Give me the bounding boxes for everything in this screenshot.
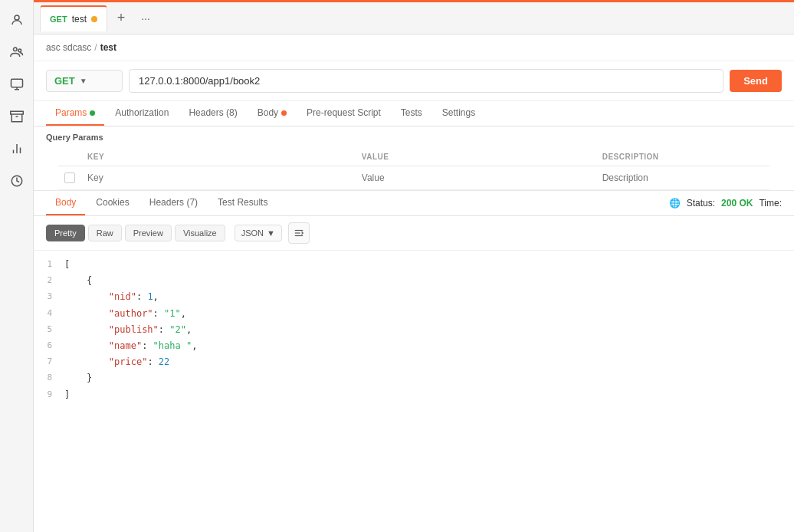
globe-icon: 🌐 bbox=[669, 198, 681, 209]
param-key-input[interactable] bbox=[87, 169, 349, 186]
send-button[interactable]: Send bbox=[730, 70, 782, 92]
svg-point-1 bbox=[13, 48, 17, 51]
monitor-icon[interactable] bbox=[3, 71, 31, 98]
format-visualize-btn[interactable]: Visualize bbox=[175, 225, 225, 241]
line-number: 1 bbox=[34, 258, 64, 271]
line-content: { bbox=[64, 274, 794, 288]
params-dot bbox=[90, 110, 95, 116]
query-params-section: Query Params bbox=[34, 126, 794, 148]
tab-settings[interactable]: Settings bbox=[433, 101, 484, 126]
line-content: ] bbox=[64, 388, 794, 402]
json-line-5: 5 "publish": "2", bbox=[34, 322, 794, 338]
line-number: 4 bbox=[34, 307, 64, 320]
format-pretty-btn[interactable]: Pretty bbox=[46, 225, 85, 241]
inbox-icon[interactable] bbox=[3, 103, 31, 130]
line-content: } bbox=[64, 371, 794, 386]
json-line-4: 4 "author": "1", bbox=[34, 306, 794, 322]
tab-authorization[interactable]: Authorization bbox=[106, 101, 178, 126]
breadcrumb-workspace[interactable]: asc sdcasc bbox=[46, 42, 91, 53]
tab-tests-label: Tests bbox=[401, 107, 422, 118]
status-label: Status: bbox=[687, 198, 715, 209]
svg-point-0 bbox=[15, 15, 19, 20]
json-line-1: 1 [ bbox=[34, 257, 794, 273]
team-icon[interactable] bbox=[3, 38, 31, 66]
line-number: 8 bbox=[34, 371, 64, 385]
new-tab-button[interactable]: + bbox=[110, 8, 132, 29]
breadcrumb-separator: / bbox=[94, 42, 97, 53]
tab-tests[interactable]: Tests bbox=[392, 101, 431, 126]
tab-method-label: GET bbox=[50, 15, 67, 24]
param-row-checkbox[interactable] bbox=[64, 172, 75, 183]
svg-rect-3 bbox=[11, 79, 22, 87]
line-number: 2 bbox=[34, 274, 64, 287]
resp-tab-body[interactable]: Body bbox=[46, 191, 85, 215]
col-check-header bbox=[58, 148, 81, 166]
json-line-3: 3 "nid": 1, bbox=[34, 289, 794, 305]
breadcrumb-current: test bbox=[100, 42, 116, 53]
resp-tab-cookies[interactable]: Cookies bbox=[87, 191, 138, 215]
more-tabs-button[interactable]: ··· bbox=[135, 8, 156, 29]
url-bar: GET ▼ Send bbox=[34, 61, 794, 101]
col-key-header: KEY bbox=[81, 148, 356, 166]
sidebar bbox=[0, 0, 34, 532]
json-line-6: 6 "name": "haha ", bbox=[34, 338, 794, 354]
chevron-down-icon: ▼ bbox=[80, 77, 87, 85]
resp-tab-test-results-label: Test Results bbox=[218, 197, 267, 208]
tab-pre-request-label: Pre-request Script bbox=[307, 107, 381, 118]
url-input[interactable] bbox=[129, 69, 723, 93]
line-number: 7 bbox=[34, 355, 64, 369]
breadcrumb: asc sdcasc / test bbox=[34, 34, 794, 61]
main-content: GET test + ··· asc sdcasc / test GET ▼ S… bbox=[34, 0, 794, 532]
svg-rect-4 bbox=[10, 111, 23, 114]
line-content: "author": "1", bbox=[64, 307, 794, 321]
query-params-title: Query Params bbox=[46, 133, 782, 142]
line-content: "price": 22 bbox=[64, 355, 794, 369]
json-line-2: 2 { bbox=[34, 273, 794, 289]
tab-headers-label: Headers (8) bbox=[189, 107, 237, 118]
tab-unsaved-dot bbox=[91, 16, 97, 22]
params-table: KEY VALUE DESCRIPTION bbox=[58, 148, 769, 190]
format-preview-btn[interactable]: Preview bbox=[125, 225, 172, 241]
line-content: [ bbox=[64, 258, 794, 272]
response-tabs: Body Cookies Headers (7) Test Results 🌐 … bbox=[34, 191, 794, 216]
json-line-8: 8 } bbox=[34, 370, 794, 386]
status-code: 200 OK bbox=[721, 198, 753, 209]
json-type-selector[interactable]: JSON ▼ bbox=[235, 225, 282, 241]
response-area: Body Cookies Headers (7) Test Results 🌐 … bbox=[34, 191, 794, 532]
tab-pre-request[interactable]: Pre-request Script bbox=[297, 101, 390, 126]
line-content: "publish": "2", bbox=[64, 323, 794, 337]
tab-headers[interactable]: Headers (8) bbox=[179, 101, 246, 126]
param-value-input[interactable] bbox=[362, 169, 590, 186]
json-viewer: 1 [ 2 { 3 "nid": 1, 4 "author": "1", bbox=[34, 251, 794, 532]
format-raw-btn[interactable]: Raw bbox=[88, 225, 122, 241]
params-table-wrapper: KEY VALUE DESCRIPTION bbox=[34, 148, 794, 190]
chevron-down-icon: ▼ bbox=[267, 228, 275, 238]
response-meta: 🌐 Status: 200 OK Time: bbox=[669, 198, 782, 209]
col-value-header: VALUE bbox=[356, 148, 596, 166]
history-icon[interactable] bbox=[3, 167, 31, 195]
line-number: 6 bbox=[34, 339, 64, 353]
line-number: 9 bbox=[34, 388, 64, 402]
wrap-button[interactable] bbox=[288, 222, 310, 244]
resp-tab-test-results[interactable]: Test Results bbox=[208, 191, 277, 215]
line-content: "name": "haha ", bbox=[64, 339, 794, 353]
method-selector[interactable]: GET ▼ bbox=[46, 70, 123, 92]
user-icon[interactable] bbox=[3, 6, 31, 34]
json-type-label: JSON bbox=[241, 228, 264, 238]
method-label: GET bbox=[54, 75, 75, 87]
tab-name-label: test bbox=[72, 14, 87, 25]
params-empty-row bbox=[58, 166, 769, 190]
tab-params[interactable]: Params bbox=[46, 101, 104, 126]
svg-point-2 bbox=[18, 49, 21, 52]
resp-tab-headers-label: Headers (7) bbox=[149, 197, 198, 208]
chart-icon[interactable] bbox=[3, 135, 31, 163]
response-toolbar: Pretty Raw Preview Visualize JSON ▼ bbox=[34, 216, 794, 251]
tab-settings-label: Settings bbox=[442, 107, 475, 118]
resp-tab-headers[interactable]: Headers (7) bbox=[140, 191, 207, 215]
json-line-7: 7 "price": 22 bbox=[34, 354, 794, 370]
tab-body[interactable]: Body bbox=[248, 101, 296, 126]
col-desc-header: DESCRIPTION bbox=[596, 148, 769, 166]
request-tab-test[interactable]: GET test bbox=[40, 5, 107, 31]
param-desc-input[interactable] bbox=[602, 169, 763, 186]
resp-tab-cookies-label: Cookies bbox=[96, 197, 129, 208]
